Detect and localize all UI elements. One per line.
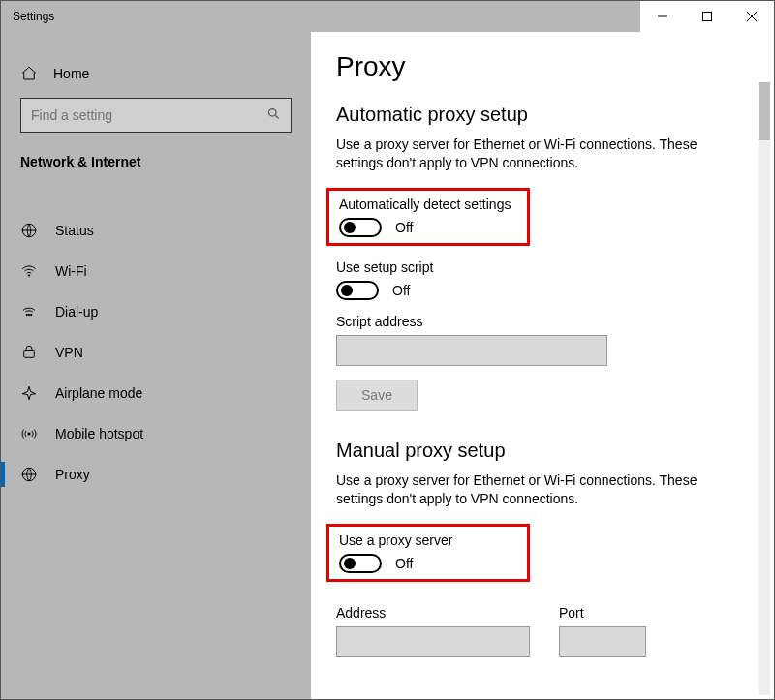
sidebar-item-proxy[interactable]: Proxy [1,454,311,495]
script-address-label: Script address [336,314,774,329]
sidebar-item-label: VPN [55,345,83,360]
svg-point-8 [28,275,30,277]
main-content: Proxy Automatic proxy setup Use a proxy … [311,32,774,699]
setup-script-toggle[interactable] [336,281,379,300]
svg-point-13 [28,433,30,435]
port-label: Port [559,605,646,621]
scrollbar[interactable] [759,82,770,695]
window-buttons [640,1,774,32]
svg-point-11 [31,314,33,316]
sidebar-item-label: Mobile hotspot [55,426,143,441]
window-title: Settings [13,10,54,23]
setup-script-block: Use setup script Off [336,259,774,300]
dialup-icon [20,303,38,320]
sidebar-item-label: Proxy [55,467,90,482]
address-input[interactable] [336,626,530,657]
nav-list: Status Wi-Fi Dial-up VPN Airplane mode M… [1,210,311,495]
close-button[interactable] [729,1,774,32]
maximize-button[interactable] [685,1,729,32]
search-box[interactable] [20,98,292,133]
svg-point-9 [26,314,28,316]
script-address-input[interactable] [336,335,607,366]
minimize-button[interactable] [640,1,685,32]
scrollbar-thumb[interactable] [759,82,770,140]
wifi-icon [20,262,38,280]
setup-script-state: Off [392,283,410,298]
save-button[interactable]: Save [336,380,418,411]
sidebar-item-hotspot[interactable]: Mobile hotspot [1,413,311,454]
auto-detect-label: Automatically detect settings [339,197,517,212]
use-proxy-block: Use a proxy server Off [326,524,530,582]
home-link[interactable]: Home [1,59,311,88]
auto-detect-toggle[interactable] [339,218,382,237]
title-bar: Settings [1,1,774,32]
auto-detect-block: Automatically detect settings Off [326,188,530,246]
vpn-icon [20,344,38,361]
home-label: Home [53,66,89,81]
sidebar: Home Network & Internet Status Wi-Fi [1,32,311,699]
auto-detect-state: Off [395,220,413,235]
page-title: Proxy [336,51,774,82]
airplane-icon [20,384,38,402]
sidebar-item-label: Dial-up [55,304,98,320]
hotspot-icon [20,425,38,442]
auto-heading: Automatic proxy setup [336,104,774,126]
sidebar-item-wifi[interactable]: Wi-Fi [1,251,311,291]
manual-heading: Manual proxy setup [336,440,774,462]
auto-desc: Use a proxy server for Ethernet or Wi-Fi… [336,136,724,172]
use-proxy-label: Use a proxy server [339,533,517,548]
search-icon [266,107,281,125]
sidebar-item-vpn[interactable]: VPN [1,332,311,373]
manual-desc: Use a proxy server for Ethernet or Wi-Fi… [336,472,724,508]
port-input[interactable] [559,626,646,657]
address-label: Address [336,605,530,621]
sidebar-item-label: Wi-Fi [55,263,87,279]
use-proxy-toggle[interactable] [339,554,382,573]
status-icon [20,222,38,239]
sidebar-item-label: Status [55,223,94,238]
svg-rect-12 [24,351,35,358]
svg-line-5 [275,115,278,118]
category-title: Network & Internet [1,146,311,181]
sidebar-item-dialup[interactable]: Dial-up [1,291,311,332]
sidebar-item-airplane[interactable]: Airplane mode [1,373,311,413]
svg-rect-1 [703,13,712,21]
sidebar-item-label: Airplane mode [55,385,142,401]
svg-point-4 [269,108,277,116]
home-icon [20,65,38,82]
use-proxy-state: Off [395,556,413,571]
svg-point-10 [28,314,30,316]
setup-script-label: Use setup script [336,259,774,275]
sidebar-item-status[interactable]: Status [1,210,311,251]
search-input[interactable] [31,107,266,123]
proxy-icon [20,466,38,483]
